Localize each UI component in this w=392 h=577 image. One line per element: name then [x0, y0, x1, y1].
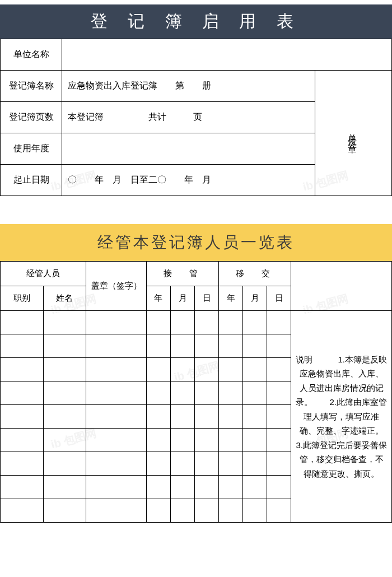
th-name: 姓名: [43, 286, 86, 311]
th-handover: 移 交: [219, 262, 291, 286]
staff-table: 经管人员 盖章（签字） 接 管 移 交 职别 姓名 年 月 日 年 月 日 说明…: [0, 261, 392, 523]
value-unit-name: [62, 39, 392, 71]
th-role: 职别: [1, 286, 44, 311]
register-open-table: 单位名称 登记簿名称 应急物资出入库登记簿 第 册 单位公章 登记簿页数 本登记…: [0, 39, 392, 196]
th-notes-empty: [291, 262, 392, 311]
seal-cell: 单位公章: [315, 71, 391, 196]
th-t-day: 日: [195, 286, 219, 311]
label-register-name: 登记簿名称: [1, 71, 62, 102]
th-seal: 盖章（签字）: [86, 262, 147, 311]
value-register-name: 应急物资出入库登记簿 第 册: [62, 71, 315, 102]
table-row: 说明 1.本簿是反映应急物资出库、入库、人员进出库房情况的记录。 2.此簿由库室…: [1, 311, 392, 334]
th-t-month: 月: [170, 286, 194, 311]
seal-label: 单位公章: [319, 127, 358, 140]
th-h-day: 日: [267, 286, 291, 311]
register-title: 登 记 簿 启 用 表: [91, 12, 301, 30]
th-takeover: 接 管: [146, 262, 218, 286]
staff-title: 经管本登记簿人员一览表: [97, 234, 295, 251]
notes-label: 说明: [296, 355, 312, 364]
notes-cell: 说明 1.本簿是反映应急物资出库、入库、人员进出库房情况的记录。 2.此簿由库室…: [291, 311, 392, 523]
th-h-year: 年: [219, 286, 243, 311]
th-h-month: 月: [243, 286, 267, 311]
value-year: [62, 133, 315, 165]
value-page-count: 本登记簿 共计 页: [62, 102, 315, 133]
label-unit-name: 单位名称: [1, 39, 62, 71]
staff-header: 经管本登记簿人员一览表: [0, 224, 392, 261]
label-year: 使用年度: [1, 133, 62, 165]
notes-text: 1.本簿是反映应急物资出库、入库、人员进出库房情况的记录。 2.此簿由库室管理人…: [296, 355, 391, 478]
label-date-range: 起止日期: [1, 165, 62, 196]
th-manager: 经管人员: [1, 262, 86, 286]
value-date-range: 〇 年 月 日至二〇 年 月: [62, 165, 315, 196]
label-page-count: 登记簿页数: [1, 102, 62, 133]
th-t-year: 年: [146, 286, 170, 311]
register-header: 登 记 簿 启 用 表: [0, 4, 392, 39]
